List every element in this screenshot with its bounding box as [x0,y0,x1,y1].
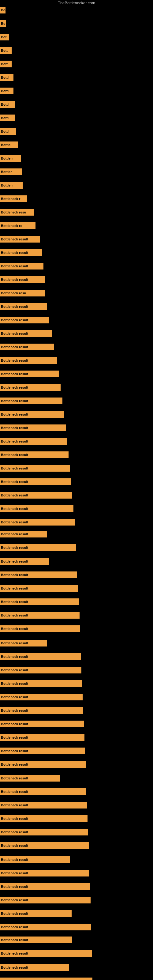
bar-item: Bottleneck result [0,411,64,418]
bar-item: Bottleneck result [0,897,91,904]
bar-label: Bottleneck result [1,546,28,549]
bar-item: Bottleneck result [0,585,78,592]
bar-item: Bottle [0,142,18,148]
bar-item: Bottleneck result [0,653,81,660]
bar-label: Bottleneck result [1,966,28,969]
bar-label: Bo [1,8,5,12]
bar-item: Bottleneck resu [0,290,45,296]
bar-label: Bottleneck resu [1,210,26,214]
bar-item: Bott [0,60,12,67]
bar-label: Bottleneck resu [1,291,26,295]
bar-label: Bottleneck result [1,641,28,645]
bar-item: Bottlen [0,182,22,189]
bar-label: Bottl [1,130,9,133]
bar-label: Bottleneck result [1,912,28,915]
bar-label: Bottleneck result [1,237,28,241]
bar-label: Bottleneck result [1,951,28,955]
bar-label: Bottleneck result [1,278,28,282]
bar-item: Bottleneck result [0,531,47,538]
bar-label: Bottl [1,76,9,79]
bar-item: Bottleneck result [0,775,60,781]
bar-item: Bottleneck result [0,371,59,377]
bar-item: Bottleneck result [0,398,62,404]
bar-item: Bottleneck resu [0,209,33,216]
bar-label: Bottleneck result [1,412,28,416]
bar-item: Bottleneck result [0,964,69,971]
bar-label: Bottleneck result [1,318,28,322]
bar-label: Bottleneck re [1,224,22,228]
bar-label: Bottleneck result [1,668,28,672]
bar-label: Bottleneck result [1,925,28,929]
bar-item: Bottleneck result [0,829,88,835]
bar-label: Bottleneck result [1,736,28,739]
bar-item: Bottleneck result [0,721,84,727]
bar-item: Bottleneck result [0,571,77,578]
bar-label: Bottleneck result [1,844,28,847]
bar-label: Bottleneck result [1,480,28,484]
bar-label: Bottleneck result [1,722,28,726]
bar-label: Bottleneck result [1,439,28,443]
bar-item: Bottl [0,115,15,121]
bar-label: Bottleneck result [1,385,28,389]
bar-item: Bottleneck result [0,478,71,485]
bar-label: Bottleneck result [1,587,28,590]
bar-label: Bottleneck result [1,803,28,807]
bar-label: Bottleneck result [1,264,28,268]
site-title: TheBottlenecker.com [58,1,95,5]
bar-item: Bottleneck result [0,883,90,890]
bar-item: Bottleneck result [0,384,61,391]
bar-label: Bottleneck result [1,938,28,942]
bar-item: Bottleneck result [0,263,43,269]
bar-item: Bottl [0,88,13,94]
bar-item: Bottleneck result [0,978,92,980]
bar-item: Bottleneck result [0,667,81,673]
bar-label: Bottleneck result [1,830,28,834]
bar-label: Bottleneck result [1,332,28,335]
bar-label: Bottleneck result [1,817,28,821]
bar-item: Bottleneck result [0,505,73,512]
bar-item: Bottleneck result [0,558,49,565]
bar-item: Bottleneck result [0,707,83,714]
bar-item: Bottleneck result [0,276,45,283]
bar-item: Bottleneck result [0,598,79,605]
bar-label: Bott [1,49,8,52]
bar-label: Bottleneck result [1,749,28,753]
bar-label: Bottleneck result [1,871,28,875]
bar-label: Bottler [1,170,12,173]
bar-item: Bottleneck result [0,748,85,754]
bar-item: Bottleneck result [0,492,72,499]
bar-item: Bottlen [0,155,21,162]
bar-label: Bottle [1,143,10,147]
bar-item: Bottleneck result [0,465,70,472]
bar-label: Bottleneck result [1,493,28,497]
bar-label: Bottleneck result [1,858,28,861]
bar-item: Bottl [0,128,16,135]
bar-label: Bottl [1,89,9,93]
bar-item: Bottleneck result [0,640,47,646]
bar-item: Bottleneck re [0,222,35,229]
bar-label: Bottleneck result [1,898,28,902]
bar-label: Bottleneck result [1,560,28,563]
bar-label: Bottleneck result [1,790,28,794]
bar-item: Bottleneck result [0,815,88,822]
bar-item: Bottleneck result [0,625,80,632]
bar-label: Bottleneck r [1,197,21,200]
bar-label: Bottleneck result [1,426,28,430]
bar-item: Bottleneck result [0,802,87,808]
bar-label: Bot [1,35,6,39]
bar-label: Bottleneck result [1,345,28,349]
bar-label: Bottleneck result [1,251,28,255]
bar-label: Bottlen [1,156,13,160]
bar-label: Bottl [1,103,9,106]
bar-label: Bottleneck result [1,776,28,780]
bar-item: Bottleneck result [0,937,72,943]
bar-label: Bottlen [1,183,13,187]
bar-label: Bottleneck result [1,532,28,536]
bar-item: Bottleneck result [0,870,89,877]
bar-label: Bottleneck result [1,520,28,524]
bar-label: Bottl [1,116,9,120]
bar-label: Bottleneck result [1,682,28,686]
bar-label: Bottleneck result [1,600,28,604]
bar-item: Bottleneck r [0,196,27,202]
bar-label: Bottleneck result [1,399,28,403]
